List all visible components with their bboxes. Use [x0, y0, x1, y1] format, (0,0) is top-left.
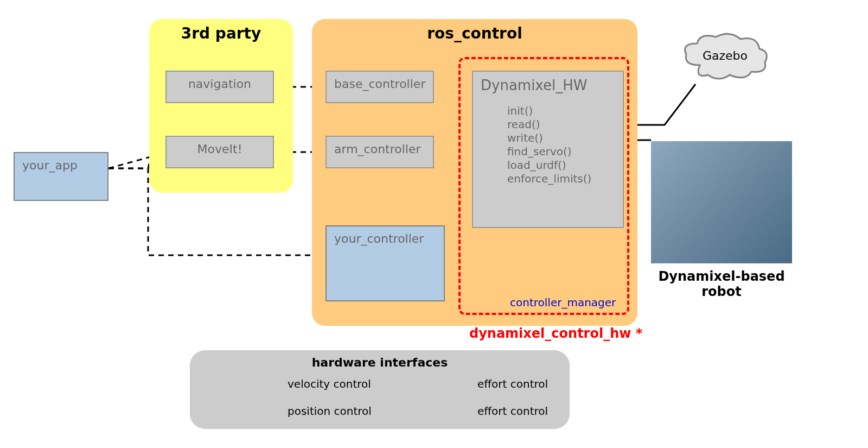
node-your-app-label: your_app [22, 159, 78, 172]
node-navigation: navigation [165, 71, 274, 103]
method-find-servo: find_servo() [507, 145, 591, 159]
node-dynamixel-hw-label: Dynamixel_HW [481, 77, 587, 93]
legend-effort-star: effort control [477, 405, 548, 418]
method-load-urdf: load_urdf() [507, 159, 591, 172]
label-controller-manager: controller_manager [510, 296, 616, 309]
node-moveit-label: MoveIt! [197, 142, 242, 156]
node-gazebo-label: Gazebo [703, 49, 748, 62]
robot-image [651, 141, 792, 263]
node-navigation-label: navigation [188, 77, 251, 91]
label-dynamixel-control-hw: dynamixel_control_hw * [469, 326, 642, 341]
node-your-app: your_app [14, 152, 108, 201]
title-third-party: 3rd party [149, 24, 293, 42]
method-init: init() [507, 104, 591, 118]
method-write: write() [507, 131, 591, 145]
label-robot: Dynamixel-based robot [651, 269, 792, 299]
hw-methods: init() read() write() find_servo() load_… [507, 104, 591, 186]
method-read: read() [507, 118, 591, 131]
node-base-controller: base_controller [326, 71, 434, 103]
legend-title: hardware interfaces [190, 356, 570, 369]
node-arm-controller-label: arm_controller [334, 142, 421, 156]
node-your-controller-label: your_controller [334, 232, 424, 245]
node-arm-controller: arm_controller [326, 136, 434, 168]
method-enforce-limits: enforce_limits() [507, 172, 591, 186]
node-your-controller: your_controller [326, 225, 445, 301]
legend-effort-diamond: effort control [477, 377, 548, 390]
title-ros-control: ros_control [312, 24, 637, 42]
legend-position: position control [288, 405, 372, 418]
node-moveit: MoveIt! [165, 136, 274, 168]
legend-velocity: velocity control [288, 377, 371, 390]
node-base-controller-label: base_controller [334, 77, 425, 91]
